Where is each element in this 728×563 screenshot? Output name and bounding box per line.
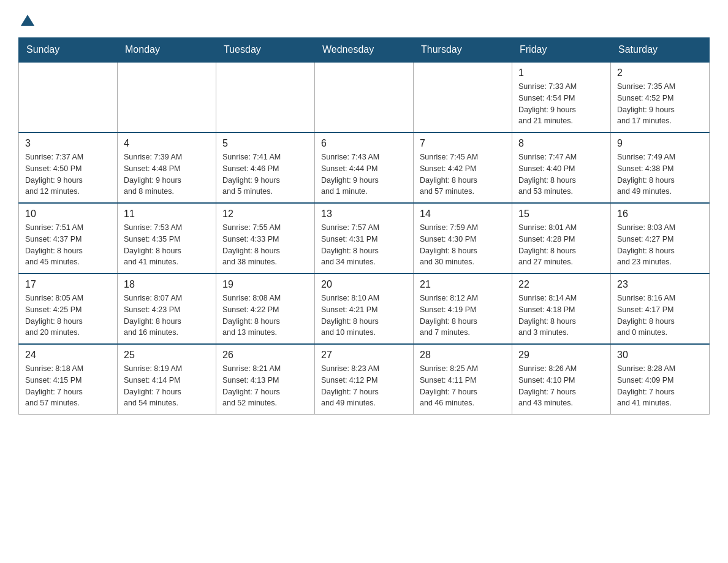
day-info: Sunrise: 7:57 AM Sunset: 4:31 PM Dayligh… (321, 222, 407, 268)
day-number: 8 (518, 138, 604, 149)
calendar-cell: 28Sunrise: 8:25 AM Sunset: 4:11 PM Dayli… (414, 344, 512, 415)
day-number: 28 (420, 350, 506, 361)
page-header (18, 12, 710, 28)
day-info: Sunrise: 8:18 AM Sunset: 4:15 PM Dayligh… (25, 363, 111, 409)
day-number: 10 (25, 209, 111, 220)
day-info: Sunrise: 8:12 AM Sunset: 4:19 PM Dayligh… (420, 293, 506, 339)
logo (18, 12, 34, 28)
day-number: 16 (617, 209, 703, 220)
calendar-cell: 18Sunrise: 8:07 AM Sunset: 4:23 PM Dayli… (118, 274, 216, 344)
weekday-header-wednesday: Wednesday (315, 38, 414, 63)
day-info: Sunrise: 7:47 AM Sunset: 4:40 PM Dayligh… (518, 151, 604, 197)
calendar-table: SundayMondayTuesdayWednesdayThursdayFrid… (18, 37, 710, 415)
day-info: Sunrise: 8:10 AM Sunset: 4:21 PM Dayligh… (321, 293, 407, 339)
week-row-3: 10Sunrise: 7:51 AM Sunset: 4:37 PM Dayli… (19, 203, 710, 274)
day-number: 22 (518, 279, 604, 290)
weekday-header-friday: Friday (512, 38, 611, 63)
week-row-2: 3Sunrise: 7:37 AM Sunset: 4:50 PM Daylig… (19, 132, 710, 203)
day-info: Sunrise: 8:01 AM Sunset: 4:28 PM Dayligh… (518, 222, 604, 268)
calendar-cell: 5Sunrise: 7:41 AM Sunset: 4:46 PM Daylig… (216, 132, 315, 203)
day-info: Sunrise: 8:03 AM Sunset: 4:27 PM Dayligh… (617, 222, 703, 268)
day-info: Sunrise: 7:43 AM Sunset: 4:44 PM Dayligh… (321, 151, 407, 197)
day-number: 24 (25, 350, 111, 361)
day-info: Sunrise: 8:14 AM Sunset: 4:18 PM Dayligh… (518, 293, 604, 339)
day-info: Sunrise: 7:49 AM Sunset: 4:38 PM Dayligh… (617, 151, 703, 197)
day-info: Sunrise: 8:07 AM Sunset: 4:23 PM Dayligh… (124, 293, 210, 339)
calendar-header-row: SundayMondayTuesdayWednesdayThursdayFrid… (19, 38, 710, 63)
calendar-cell: 11Sunrise: 7:53 AM Sunset: 4:35 PM Dayli… (118, 203, 216, 274)
calendar-cell: 19Sunrise: 8:08 AM Sunset: 4:22 PM Dayli… (216, 274, 315, 344)
day-info: Sunrise: 7:35 AM Sunset: 4:52 PM Dayligh… (617, 81, 703, 127)
day-number: 17 (25, 279, 111, 290)
day-info: Sunrise: 7:59 AM Sunset: 4:30 PM Dayligh… (420, 222, 506, 268)
week-row-5: 24Sunrise: 8:18 AM Sunset: 4:15 PM Dayli… (19, 344, 710, 415)
week-row-4: 17Sunrise: 8:05 AM Sunset: 4:25 PM Dayli… (19, 274, 710, 344)
day-info: Sunrise: 7:41 AM Sunset: 4:46 PM Dayligh… (222, 151, 308, 197)
day-info: Sunrise: 8:23 AM Sunset: 4:12 PM Dayligh… (321, 363, 407, 409)
calendar-cell: 10Sunrise: 7:51 AM Sunset: 4:37 PM Dayli… (19, 203, 118, 274)
day-number: 23 (617, 279, 703, 290)
day-number: 13 (321, 209, 407, 220)
day-number: 15 (518, 209, 604, 220)
day-info: Sunrise: 7:51 AM Sunset: 4:37 PM Dayligh… (25, 222, 111, 268)
calendar-cell: 20Sunrise: 8:10 AM Sunset: 4:21 PM Dayli… (315, 274, 414, 344)
day-info: Sunrise: 8:16 AM Sunset: 4:17 PM Dayligh… (617, 293, 703, 339)
calendar-cell: 8Sunrise: 7:47 AM Sunset: 4:40 PM Daylig… (512, 132, 611, 203)
day-number: 21 (420, 279, 506, 290)
calendar-cell (118, 62, 216, 132)
day-info: Sunrise: 8:05 AM Sunset: 4:25 PM Dayligh… (25, 293, 111, 339)
day-info: Sunrise: 7:55 AM Sunset: 4:33 PM Dayligh… (222, 222, 308, 268)
day-number: 26 (222, 350, 308, 361)
day-number: 3 (25, 138, 111, 149)
day-info: Sunrise: 8:08 AM Sunset: 4:22 PM Dayligh… (222, 293, 308, 339)
day-number: 29 (518, 350, 604, 361)
day-info: Sunrise: 8:19 AM Sunset: 4:14 PM Dayligh… (124, 363, 210, 409)
day-number: 18 (124, 279, 210, 290)
calendar-cell: 23Sunrise: 8:16 AM Sunset: 4:17 PM Dayli… (611, 274, 710, 344)
calendar-cell: 30Sunrise: 8:28 AM Sunset: 4:09 PM Dayli… (611, 344, 710, 415)
day-number: 19 (222, 279, 308, 290)
calendar-cell: 26Sunrise: 8:21 AM Sunset: 4:13 PM Dayli… (216, 344, 315, 415)
day-number: 7 (420, 138, 506, 149)
svg-marker-0 (21, 15, 34, 26)
weekday-header-sunday: Sunday (19, 38, 118, 63)
day-number: 27 (321, 350, 407, 361)
weekday-header-monday: Monday (118, 38, 216, 63)
calendar-cell: 2Sunrise: 7:35 AM Sunset: 4:52 PM Daylig… (611, 62, 710, 132)
calendar-cell: 29Sunrise: 8:26 AM Sunset: 4:10 PM Dayli… (512, 344, 611, 415)
calendar-cell: 15Sunrise: 8:01 AM Sunset: 4:28 PM Dayli… (512, 203, 611, 274)
calendar-cell: 9Sunrise: 7:49 AM Sunset: 4:38 PM Daylig… (611, 132, 710, 203)
calendar-cell: 14Sunrise: 7:59 AM Sunset: 4:30 PM Dayli… (414, 203, 512, 274)
day-number: 11 (124, 209, 210, 220)
calendar-cell: 12Sunrise: 7:55 AM Sunset: 4:33 PM Dayli… (216, 203, 315, 274)
calendar-cell: 24Sunrise: 8:18 AM Sunset: 4:15 PM Dayli… (19, 344, 118, 415)
day-number: 1 (518, 67, 604, 79)
day-number: 2 (617, 67, 703, 79)
week-row-1: 1Sunrise: 7:33 AM Sunset: 4:54 PM Daylig… (19, 62, 710, 132)
day-info: Sunrise: 8:25 AM Sunset: 4:11 PM Dayligh… (420, 363, 506, 409)
weekday-header-tuesday: Tuesday (216, 38, 315, 63)
day-number: 30 (617, 350, 703, 361)
weekday-header-thursday: Thursday (414, 38, 512, 63)
day-info: Sunrise: 7:45 AM Sunset: 4:42 PM Dayligh… (420, 151, 506, 197)
calendar-cell (19, 62, 118, 132)
day-number: 9 (617, 138, 703, 149)
calendar-cell: 16Sunrise: 8:03 AM Sunset: 4:27 PM Dayli… (611, 203, 710, 274)
calendar-cell: 3Sunrise: 7:37 AM Sunset: 4:50 PM Daylig… (19, 132, 118, 203)
day-number: 12 (222, 209, 308, 220)
day-number: 14 (420, 209, 506, 220)
calendar-cell (216, 62, 315, 132)
calendar-cell: 17Sunrise: 8:05 AM Sunset: 4:25 PM Dayli… (19, 274, 118, 344)
calendar-cell: 22Sunrise: 8:14 AM Sunset: 4:18 PM Dayli… (512, 274, 611, 344)
day-info: Sunrise: 7:37 AM Sunset: 4:50 PM Dayligh… (25, 151, 111, 197)
day-info: Sunrise: 8:26 AM Sunset: 4:10 PM Dayligh… (518, 363, 604, 409)
calendar-cell: 7Sunrise: 7:45 AM Sunset: 4:42 PM Daylig… (414, 132, 512, 203)
calendar-cell: 27Sunrise: 8:23 AM Sunset: 4:12 PM Dayli… (315, 344, 414, 415)
calendar-cell: 1Sunrise: 7:33 AM Sunset: 4:54 PM Daylig… (512, 62, 611, 132)
calendar-cell: 4Sunrise: 7:39 AM Sunset: 4:48 PM Daylig… (118, 132, 216, 203)
calendar-cell: 25Sunrise: 8:19 AM Sunset: 4:14 PM Dayli… (118, 344, 216, 415)
day-number: 5 (222, 138, 308, 149)
calendar-cell: 13Sunrise: 7:57 AM Sunset: 4:31 PM Dayli… (315, 203, 414, 274)
day-number: 25 (124, 350, 210, 361)
calendar-cell: 21Sunrise: 8:12 AM Sunset: 4:19 PM Dayli… (414, 274, 512, 344)
